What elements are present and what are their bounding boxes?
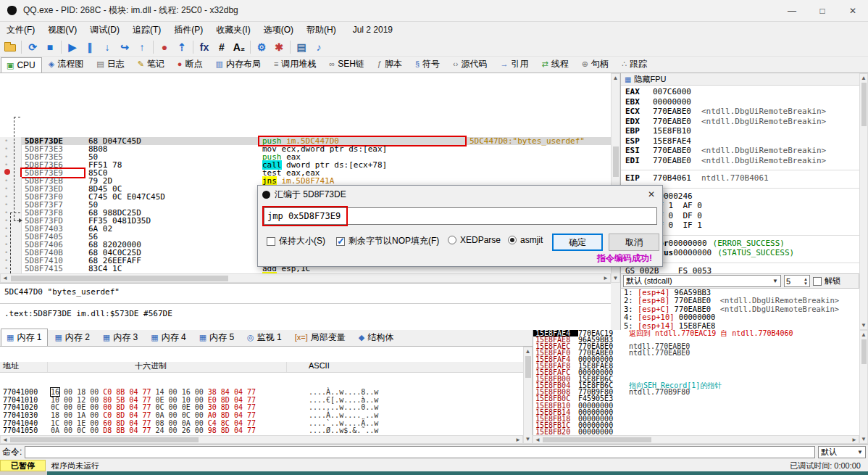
call-stack-icon: ≡ <box>274 60 278 68</box>
cancel-button[interactable]: 取消 <box>609 234 659 251</box>
registers-vscrollbar[interactable]: ▲▼ <box>859 73 868 330</box>
memory-hscrollbar[interactable]: ◄► <box>0 435 523 444</box>
tab-handles[interactable]: ⊕句柄 <box>576 55 615 73</box>
menu-item-debug[interactable]: 调试(D) <box>83 22 126 38</box>
stack-hscrollbar[interactable]: ◄► <box>533 435 859 444</box>
tab-dump4[interactable]: ▦内存 4 <box>145 329 192 346</box>
hide-fpu-button[interactable]: ▦ 隐藏FPU <box>621 73 859 86</box>
tab-dump2[interactable]: ▦内存 2 <box>49 329 96 346</box>
assemble-az-button[interactable]: A₂ <box>230 38 248 55</box>
toolbar-separator <box>61 41 62 54</box>
disasm-hscrollbar[interactable]: ◄► <box>0 273 611 283</box>
register-row[interactable]: EAX007C6000 <box>621 87 859 97</box>
tab-dump3[interactable]: ▦内存 3 <box>97 329 144 346</box>
tab-dump5[interactable]: ▦内存 5 <box>193 329 241 346</box>
argument-count-spinner[interactable]: 5 ▲▼ <box>784 275 810 287</box>
chevron-down-icon: ▼ <box>772 278 778 284</box>
menu-item-trace[interactable]: 追踪(T) <box>126 22 167 38</box>
menu-item-view[interactable]: 视图(V) <box>41 22 83 38</box>
convention-combobox[interactable]: 默认 (stdcall) ▼ <box>623 275 781 287</box>
tab-watch1[interactable]: ◎监视 1 <box>241 329 288 346</box>
stop-button[interactable]: ■ <box>41 38 59 55</box>
fill-nop-checkbox[interactable] <box>336 237 345 246</box>
tab-breakpoints[interactable]: ●断点 <box>172 55 209 73</box>
register-row[interactable]: EDI770EABE0<ntdll.DbgUiRemoteBreakin> <box>621 156 859 166</box>
menu-item-plugins[interactable]: 插件(P) <box>167 22 209 38</box>
register-row[interactable]: EIP770B4061ntdll.770B4061 <box>621 173 859 183</box>
tab-seh[interactable]: ∞SEH链 <box>323 55 371 73</box>
run-button[interactable]: ▶ <box>64 38 81 55</box>
tab-dump1[interactable]: ▦内存 1 <box>1 329 48 346</box>
register-row[interactable]: GS 002B FS 0053 <box>621 266 859 274</box>
tab-graph[interactable]: ◈流程图 <box>43 55 90 73</box>
register-row[interactable]: ECX770EABE0<ntdll.DbgUiRemoteBreakin> <box>621 107 859 117</box>
dialog-close-button[interactable]: ✕ <box>640 186 662 203</box>
tab-script[interactable]: ƒ脚本 <box>372 55 409 73</box>
keep-size-option[interactable]: 保持大小(S) <box>267 235 325 247</box>
register-row[interactable]: ESP15E8FAE4 <box>621 136 859 146</box>
tab-cpu[interactable]: ▣CPU <box>1 57 42 73</box>
tab-label: 局部变量 <box>311 331 346 344</box>
ok-button[interactable]: 确定 <box>552 234 603 251</box>
open-file-button[interactable] <box>1 38 19 55</box>
stack-vscrollbar[interactable]: ▲▼ <box>859 330 868 444</box>
memory-dump[interactable]: 地址 十六进制 ASCII 7704100016 00 18 00 C0 8B … <box>0 347 523 435</box>
step-into-button[interactable]: ↓ <box>99 38 116 55</box>
tab-source[interactable]: ‹›源代码 <box>447 55 493 73</box>
tab-locals[interactable]: [x=]局部变量 <box>289 329 352 346</box>
notify-button[interactable]: ♪ <box>310 38 327 55</box>
register-row[interactable]: ESI770EABE0<ntdll.DbgUiRemoteBreakin> <box>621 146 859 156</box>
unlock-label: 解锁 <box>825 276 840 286</box>
tab-references[interactable]: →引用 <box>494 55 535 73</box>
register-row[interactable]: EBX00000000 <box>621 97 859 107</box>
tab-threads[interactable]: ⇄线程 <box>535 55 575 73</box>
register-value: 770B4061 <box>653 173 691 183</box>
tab-trace[interactable]: ∴跟踪 <box>616 55 654 73</box>
close-button[interactable]: ✕ <box>838 0 868 22</box>
tab-symbols[interactable]: §符号 <box>409 55 446 73</box>
close-process-button[interactable]: ● <box>156 38 173 55</box>
minimize-button[interactable]: — <box>777 0 807 22</box>
tab-log[interactable]: ▤日志 <box>91 55 130 73</box>
dump3-icon: ▦ <box>103 334 110 342</box>
fill-nop-option[interactable]: 剩余字节以NOP填充(F) <box>336 235 439 247</box>
keep-size-checkbox[interactable] <box>267 237 275 246</box>
settings-gear-button[interactable]: ⚙ <box>253 38 270 55</box>
toolbar-separator <box>21 41 22 54</box>
pause-button[interactable]: ∥ <box>81 38 99 55</box>
run-to-return-button[interactable]: ↑ <box>133 38 151 55</box>
unlock-checkbox[interactable] <box>813 277 822 286</box>
trace-into-button[interactable]: ⇡ <box>173 38 191 55</box>
menu-item-file[interactable]: 文件(F) <box>0 22 41 38</box>
asmjit-radio[interactable] <box>508 236 517 244</box>
menu-item-options[interactable]: 选项(O) <box>257 22 300 38</box>
stack-row[interactable]: 15E8FB2000000000 <box>533 429 859 435</box>
restart-button[interactable]: ⟳ <box>24 38 41 55</box>
gutter-dot-icon: • <box>0 153 22 161</box>
maximize-button[interactable]: □ <box>807 0 838 22</box>
tab-memory-map[interactable]: ▥内存布局 <box>210 55 267 73</box>
register-row[interactable]: EBP15E8FB10 <box>621 126 859 136</box>
tab-call-stack[interactable]: ≡调用堆栈 <box>268 55 322 73</box>
tab-notes[interactable]: ✎笔记 <box>132 55 171 73</box>
menu-item-favourites[interactable]: 收藏夹(I) <box>209 22 256 38</box>
xedparse-option[interactable]: XEDParse <box>448 235 501 245</box>
command-input[interactable] <box>25 446 815 458</box>
script-fx-button[interactable]: fx <box>196 38 213 55</box>
command-bar: 命令: 默认 ▼ <box>0 444 868 460</box>
stepi-count-button[interactable]: # <box>213 38 230 55</box>
tab-struct[interactable]: ◆结构体 <box>353 329 400 346</box>
xedparse-radio[interactable] <box>448 236 456 244</box>
assemble-instruction-input[interactable] <box>264 207 657 225</box>
memory-vscrollbar[interactable]: ▲▼ <box>523 347 533 444</box>
dialog-title-bar[interactable]: 汇编于 5D8F73DE ✕ <box>258 186 662 203</box>
menu-item-help[interactable]: 帮助(H) <box>300 22 343 38</box>
stack-view[interactable]: 15E8FAE4770EAC19返回到 ntdll.770EAC19 自 ntd… <box>533 330 859 435</box>
argument-row[interactable]: 5: [esp+14] 15E8FAE8 <box>621 322 859 330</box>
favourites-star-button[interactable]: ✱ <box>270 38 288 55</box>
asmjit-option[interactable]: asmjit <box>508 235 543 245</box>
step-over-button[interactable]: ↪ <box>116 38 133 55</box>
database-button[interactable]: ▤ <box>293 38 310 55</box>
command-mode-combobox[interactable]: 默认 ▼ <box>818 446 866 458</box>
register-row[interactable]: EDX770EABE0<ntdll.DbgUiRemoteBreakin> <box>621 117 859 127</box>
